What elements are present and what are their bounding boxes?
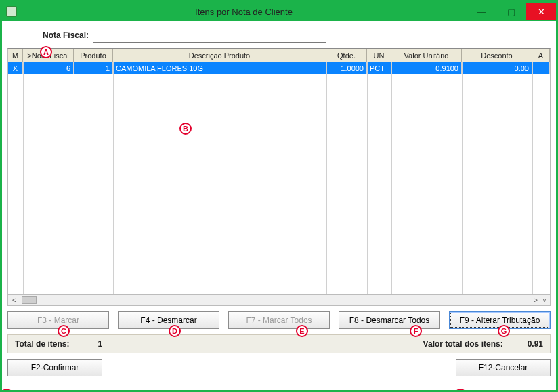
total-items-value: 1 bbox=[98, 339, 102, 349]
maximize-button[interactable]: ▢ bbox=[496, 3, 526, 20]
window-title: Itens por Nota de Cliente bbox=[21, 7, 467, 17]
total-value-value: 0.91 bbox=[528, 339, 543, 349]
col-descricao[interactable]: Descrição Produto bbox=[113, 49, 326, 62]
window: Itens por Nota de Cliente — ▢ ✕ Nota Fis… bbox=[0, 0, 558, 392]
cell-extra[interactable] bbox=[532, 62, 550, 74]
footer-row: F2-Confirmar F12-Cancelar bbox=[7, 359, 551, 376]
close-button[interactable]: ✕ bbox=[526, 3, 556, 20]
f8-desmarcar-todos-button[interactable]: F8 - Desmarcar Todos bbox=[339, 311, 440, 329]
col-valor[interactable]: Valor Unitário bbox=[391, 49, 462, 62]
cell-qtde[interactable]: 1.0000 bbox=[326, 62, 367, 74]
total-items-label: Total de itens: bbox=[15, 339, 69, 349]
cell-desconto[interactable]: 0.00 bbox=[462, 62, 532, 74]
grid: M >Nota Fiscal Produto Descrição Produto… bbox=[7, 48, 551, 295]
scroll-thumb[interactable] bbox=[22, 296, 37, 304]
client-area: Nota Fiscal: M >Nota Fiscal Produto Desc… bbox=[2, 21, 556, 390]
action-button-row: F3 - Marcar F4 - Desmarcar F7 - Marcar T… bbox=[7, 311, 551, 329]
col-produto[interactable]: Produto bbox=[74, 49, 113, 62]
col-nota-fiscal[interactable]: >Nota Fiscal bbox=[23, 49, 74, 62]
f12-cancelar-button[interactable]: F12-Cancelar bbox=[456, 359, 551, 376]
cell-un[interactable]: PCT bbox=[367, 62, 391, 74]
nota-fiscal-input[interactable] bbox=[93, 28, 326, 43]
scroll-right-icon[interactable]: > bbox=[531, 295, 540, 305]
cell-valor[interactable]: 0.9100 bbox=[391, 62, 462, 74]
app-icon bbox=[6, 6, 17, 17]
col-m[interactable]: M bbox=[8, 49, 23, 62]
scroll-left-icon[interactable]: < bbox=[9, 295, 19, 305]
annotation-i: I bbox=[454, 389, 467, 392]
col-desconto[interactable]: Desconto bbox=[462, 49, 532, 62]
grid-horizontal-scrollbar[interactable]: < > v bbox=[7, 295, 551, 306]
minimize-button[interactable]: — bbox=[467, 3, 496, 20]
col-extra[interactable]: A bbox=[532, 49, 550, 62]
window-controls: — ▢ ✕ bbox=[467, 3, 556, 20]
filter-bar: Nota Fiscal: bbox=[43, 28, 551, 43]
f4-desmarcar-button[interactable]: F4 - Desmarcar bbox=[118, 311, 219, 329]
scroll-down-icon[interactable]: v bbox=[540, 296, 549, 304]
col-un[interactable]: UN bbox=[367, 49, 391, 62]
cell-descricao[interactable]: CAMOMILA FLORES 10G bbox=[113, 62, 326, 74]
titlebar: Itens por Nota de Cliente — ▢ ✕ bbox=[2, 2, 556, 21]
cell-nota[interactable]: 6 bbox=[23, 62, 74, 74]
cell-produto[interactable]: 1 bbox=[74, 62, 113, 74]
nota-fiscal-label: Nota Fiscal: bbox=[43, 30, 89, 40]
col-qtde[interactable]: Qtde. bbox=[326, 49, 367, 62]
f9-alterar-tributacao-button[interactable]: F9 - Alterar Tributação bbox=[449, 311, 551, 329]
cell-m[interactable]: X bbox=[8, 62, 23, 74]
f3-marcar-button[interactable]: F3 - Marcar bbox=[7, 311, 109, 329]
scroll-track[interactable] bbox=[22, 296, 528, 304]
annotation-h: H bbox=[1, 389, 13, 392]
totals-bar: Total de itens: 1 Valor total dos itens:… bbox=[7, 334, 551, 353]
total-value-label: Valor total dos itens: bbox=[423, 339, 503, 349]
f7-marcar-todos-button[interactable]: F7 - Marcar Todos bbox=[228, 311, 330, 329]
f2-confirmar-button[interactable]: F2-Confirmar bbox=[7, 359, 102, 376]
